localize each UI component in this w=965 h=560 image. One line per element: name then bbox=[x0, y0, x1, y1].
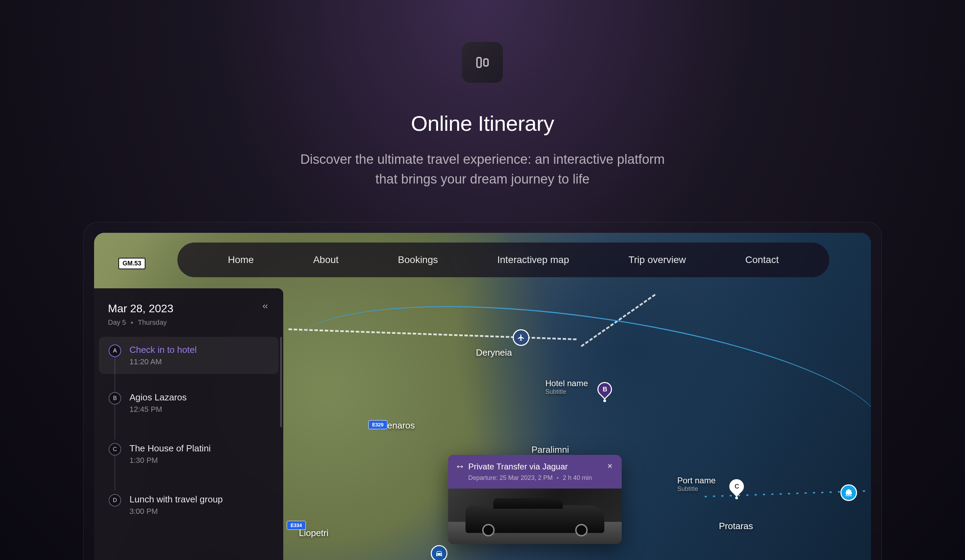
timeline-time: 1:30 PM bbox=[129, 456, 269, 465]
plane-icon[interactable] bbox=[513, 329, 529, 346]
nav-about[interactable]: About bbox=[313, 254, 339, 265]
nav-contact[interactable]: Contact bbox=[745, 254, 779, 265]
timeline-item-c[interactable]: C The House of Platini 1:30 PM bbox=[99, 436, 278, 473]
timeline-item-b[interactable]: B Agios Lazaros 12:45 PM bbox=[99, 384, 278, 421]
roadsign-e334: E334 bbox=[287, 521, 306, 530]
transfer-popup: Private Transfer via Jaguar Departure: 2… bbox=[448, 455, 622, 544]
popup-image bbox=[448, 488, 622, 544]
timeline-item-d[interactable]: D Lunch with travel group 3:00 PM bbox=[99, 487, 278, 524]
timeline-title: Agios Lazaros bbox=[129, 392, 269, 403]
timeline-badge: B bbox=[109, 392, 121, 405]
timeline-badge: C bbox=[109, 443, 121, 456]
poi-hotel-label: Hotel name Subtitle bbox=[545, 379, 588, 395]
top-nav: Home About Bookings Interactivep map Tri… bbox=[177, 243, 829, 277]
timeline-time: 11:20 AM bbox=[129, 358, 269, 366]
hero-title: Online Itinerary bbox=[411, 111, 554, 136]
timeline-title: Check in to hotel bbox=[129, 344, 269, 355]
app-window: Varosha Deryneia Frenaros Paralimni Liop… bbox=[94, 233, 871, 560]
roadsign-gm53: GM.53 bbox=[118, 258, 146, 269]
hero-subtitle: Discover the ultimate travel experience:… bbox=[291, 150, 674, 189]
map-pin-b[interactable]: B bbox=[597, 382, 612, 400]
sidebar-date: Mar 28, 2023 bbox=[108, 302, 173, 315]
nav-home[interactable]: Home bbox=[228, 254, 254, 265]
sidebar: Mar 28, 2023 Day 5 Thursday A bbox=[94, 288, 283, 560]
boat-icon[interactable] bbox=[841, 484, 857, 501]
transfer-icon bbox=[456, 463, 463, 472]
timeline: A Check in to hotel 11:20 AM B Agios Laz… bbox=[94, 337, 283, 524]
nav-overview[interactable]: Trip overview bbox=[628, 254, 685, 265]
svg-rect-0 bbox=[477, 57, 481, 67]
timeline-badge: A bbox=[109, 344, 121, 357]
nav-map[interactable]: Interactivep map bbox=[497, 254, 569, 265]
timeline-title: Lunch with travel group bbox=[129, 494, 269, 505]
scrollbar[interactable] bbox=[280, 337, 282, 427]
timeline-title: The House of Platini bbox=[129, 443, 269, 454]
sidebar-day-info: Day 5 Thursday bbox=[108, 318, 173, 327]
hero-icon bbox=[462, 42, 503, 83]
collapse-icon[interactable] bbox=[261, 302, 269, 312]
poi-port-label: Port name Subtitle bbox=[677, 476, 716, 493]
svg-rect-1 bbox=[484, 59, 488, 66]
timeline-time: 3:00 PM bbox=[129, 507, 269, 516]
car-icon[interactable] bbox=[431, 545, 447, 560]
popup-title: Private Transfer via Jaguar bbox=[468, 462, 602, 472]
close-icon[interactable] bbox=[607, 462, 613, 472]
nav-bookings[interactable]: Bookings bbox=[398, 254, 438, 265]
app-frame: Varosha Deryneia Frenaros Paralimni Liop… bbox=[83, 222, 882, 560]
popup-meta: Departure: 25 Mar 2023, 2 PM 2 h 40 min bbox=[468, 474, 602, 482]
timeline-item-a[interactable]: A Check in to hotel 11:20 AM bbox=[99, 337, 278, 374]
map-pin-c[interactable]: C bbox=[729, 479, 744, 497]
timeline-badge: D bbox=[109, 494, 121, 506]
timeline-time: 12:45 PM bbox=[129, 405, 269, 414]
